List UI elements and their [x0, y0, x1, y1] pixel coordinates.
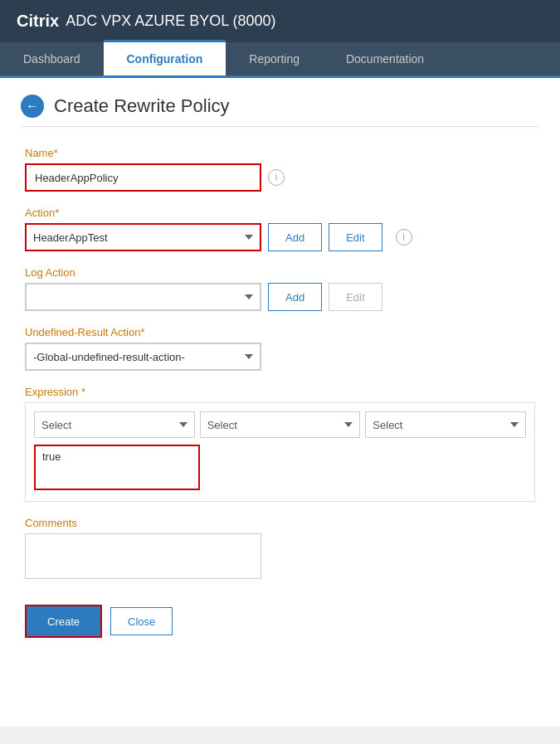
action-row: HeaderAppTest Add Edit i — [25, 223, 535, 251]
undefined-action-group: Undefined-Result Action* -Global-undefin… — [25, 326, 535, 371]
expression-group: Expression * Select Select Select true — [25, 386, 535, 502]
expression-select-1[interactable]: Select — [34, 411, 195, 438]
log-action-add-button[interactable]: Add — [268, 283, 322, 311]
name-group: Name* i — [25, 147, 535, 192]
expression-select-2[interactable]: Select — [200, 411, 361, 438]
action-info-icon[interactable]: i — [396, 229, 412, 246]
undefined-action-select[interactable]: -Global-undefined-result-action- — [25, 343, 261, 371]
app-header: Citrix ADC VPX AZURE BYOL (8000) — [0, 0, 560, 42]
tab-documentation[interactable]: Documentation — [323, 42, 447, 75]
log-action-row: Add Edit — [25, 283, 535, 311]
name-input[interactable] — [25, 163, 261, 192]
comments-label: Comments — [25, 517, 535, 529]
action-edit-button[interactable]: Edit — [329, 223, 382, 251]
name-label: Name* — [25, 147, 535, 159]
undefined-action-row: -Global-undefined-result-action- — [25, 343, 535, 371]
create-button[interactable]: Create — [27, 606, 100, 636]
header-title: ADC VPX AZURE BYOL (8000) — [66, 12, 275, 30]
tab-configuration[interactable]: Configuration — [104, 40, 226, 75]
close-button[interactable]: Close — [110, 607, 173, 635]
nav-tabs: Dashboard Configuration Reporting Docume… — [0, 42, 560, 78]
expression-section: Select Select Select true — [25, 402, 535, 502]
comments-textarea[interactable] — [25, 533, 261, 579]
log-action-group: Log Action Add Edit — [25, 266, 535, 311]
tab-dashboard[interactable]: Dashboard — [0, 42, 104, 75]
action-group: Action* HeaderAppTest Add Edit i — [25, 207, 535, 251]
expression-textarea[interactable]: true — [34, 445, 200, 490]
expression-label: Expression * — [25, 386, 535, 398]
log-action-edit-button: Edit — [329, 283, 382, 311]
name-info-icon[interactable]: i — [268, 169, 285, 186]
create-btn-wrapper: Create — [25, 605, 102, 638]
expression-dropdowns: Select Select Select — [34, 411, 526, 438]
action-select[interactable]: HeaderAppTest — [25, 223, 261, 251]
back-icon: ← — [26, 99, 39, 114]
page-title: Create Rewrite Policy — [54, 95, 230, 117]
bottom-buttons: Create Close — [25, 605, 535, 638]
main-content: ← Create Rewrite Policy Name* i Action* … — [0, 78, 560, 727]
page-heading: ← Create Rewrite Policy — [21, 95, 539, 127]
brand-citrix: Citrix — [17, 12, 59, 31]
back-button[interactable]: ← — [21, 95, 44, 118]
action-add-button[interactable]: Add — [268, 223, 322, 251]
expression-select-3[interactable]: Select — [365, 411, 526, 438]
form-section: Name* i Action* HeaderAppTest Add Edit i… — [21, 147, 539, 638]
log-action-select[interactable] — [25, 283, 261, 311]
tab-reporting[interactable]: Reporting — [226, 42, 323, 75]
comments-group: Comments — [25, 517, 535, 581]
undefined-action-label: Undefined-Result Action* — [25, 326, 535, 338]
action-label: Action* — [25, 207, 535, 219]
log-action-label: Log Action — [25, 266, 535, 279]
